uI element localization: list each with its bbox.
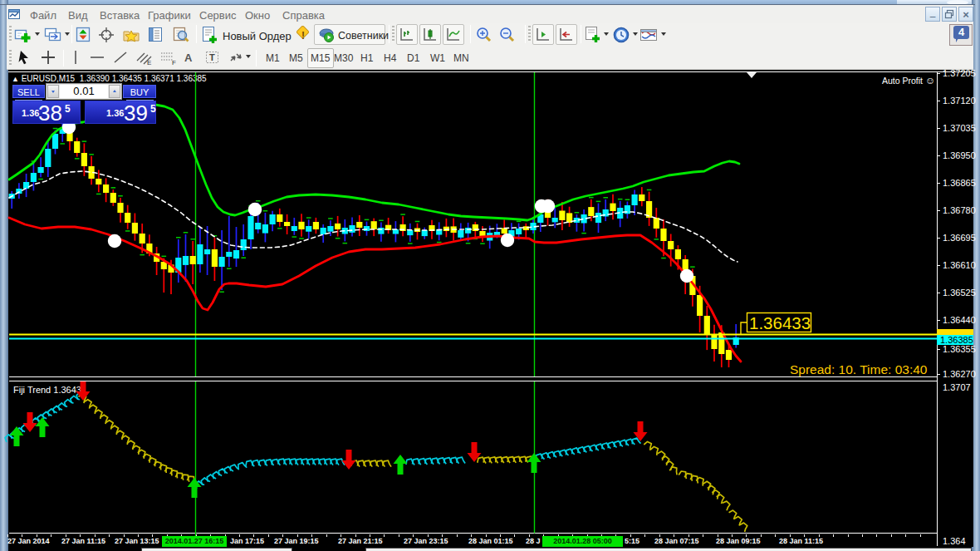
svg-text:!: ! bbox=[301, 30, 305, 42]
svg-text:1.36433: 1.36433 bbox=[749, 313, 811, 332]
svg-text:E: E bbox=[147, 59, 151, 66]
svg-text:T: T bbox=[209, 52, 215, 62]
svg-text:F: F bbox=[172, 59, 176, 66]
